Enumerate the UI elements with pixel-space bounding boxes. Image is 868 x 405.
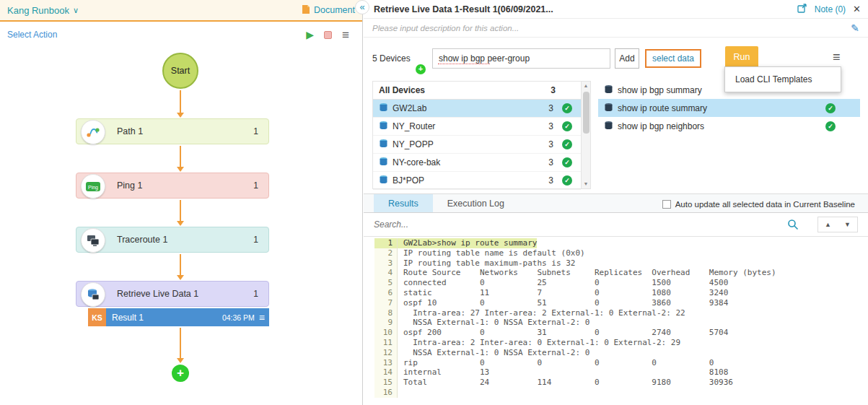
runbook-flowchart: Start Path 1 1 Ping Ping 1 1 <box>0 46 362 405</box>
code-line: 9 NSSA External-1: 0 NSSA External-2: 0 <box>374 318 868 328</box>
close-icon[interactable]: ✕ <box>853 4 861 14</box>
device-row-ny-router[interactable]: NY_Router 3 ✓ <box>373 118 581 136</box>
node-label: Ping 1 <box>117 180 142 191</box>
traceroute-icon <box>81 228 105 253</box>
scroll-down-icon[interactable]: ▼ <box>584 180 589 188</box>
code-line: 3IP routing table maximum-paths is 32 <box>374 258 868 269</box>
line-number: 13 <box>374 358 398 368</box>
line-text: Total 24 114 0 9180 30936 <box>398 378 733 388</box>
note-link[interactable]: Note (0) <box>815 4 846 14</box>
device-row-ny-core-bak[interactable]: NY-core-bak 3 ✓ <box>373 154 581 172</box>
document-button[interactable]: Document <box>302 4 355 17</box>
line-text: ospf 10 0 51 0 3860 9384 <box>398 298 728 308</box>
scrollbar-thumb[interactable] <box>583 92 589 134</box>
next-match-icon[interactable]: ▼ <box>844 221 851 228</box>
cli-row-show-ip-bgp-neighbors[interactable]: show ip bgp neighbors ✓ <box>598 117 860 135</box>
scroll-up-icon[interactable]: ▲ <box>584 82 589 90</box>
runbook-title-dropdown[interactable]: Kang Runbook ∨ <box>7 5 79 16</box>
code-line: 1GW2Lab>show ip route summary <box>374 238 868 248</box>
node-ping-1[interactable]: Ping Ping 1 1 <box>76 173 269 199</box>
select-data-button[interactable]: select data <box>645 49 701 68</box>
edit-pencil-icon[interactable]: ✎ <box>851 22 859 34</box>
plus-icon: + <box>177 366 184 380</box>
line-number: 7 <box>374 298 398 308</box>
hamburger-menu-icon[interactable]: ≡ <box>342 29 349 41</box>
add-command-button[interactable]: Add <box>615 48 639 69</box>
code-line: 4Route Source Networks Subnets Replicate… <box>374 268 868 278</box>
cli-icon <box>604 84 613 96</box>
export-icon[interactable] <box>797 4 807 15</box>
search-input[interactable] <box>374 219 858 230</box>
node-count: 1 <box>253 180 258 191</box>
device-count: 3 <box>548 121 553 131</box>
run-button[interactable]: Run <box>725 46 758 68</box>
line-number: 3 <box>374 258 398 269</box>
line-number: 14 <box>374 367 398 378</box>
check-icon: ✓ <box>562 121 572 131</box>
cli-icon <box>604 103 613 114</box>
device-count: 3 <box>548 139 553 149</box>
device-row-gw2lab[interactable]: GW2Lab 3 ✓ <box>373 100 581 118</box>
stop-icon[interactable] <box>324 31 332 39</box>
device-count: 3 <box>548 175 553 186</box>
node-count: 1 <box>253 126 258 136</box>
play-icon[interactable]: ▶ <box>306 29 314 40</box>
device-count: 3 <box>548 103 553 113</box>
app: Kang Runbook ∨ Document Select Action ▶ … <box>0 0 868 405</box>
line-text: rip 0 0 0 0 0 <box>398 358 714 368</box>
node-traceroute-1[interactable]: Traceroute 1 1 <box>76 227 269 253</box>
check-icon: ✓ <box>562 103 572 113</box>
line-number: 6 <box>374 288 398 298</box>
device-list-scrollbar[interactable]: ▲ ▼ <box>581 82 590 188</box>
flow-arrow <box>176 328 185 363</box>
runbook-topbar: Kang Runbook ∨ Document <box>0 0 362 22</box>
line-number: 10 <box>374 328 398 338</box>
line-text: ospf 200 0 31 0 2740 5704 <box>398 328 728 338</box>
check-icon: ✓ <box>562 175 572 186</box>
device-name: NY_Router <box>393 121 435 131</box>
device-row-bj-pop[interactable]: BJ*POP 3 ✓ <box>373 172 581 190</box>
add-action-button[interactable]: + <box>172 365 189 382</box>
result-menu-icon[interactable]: ≡ <box>259 312 265 323</box>
cli-command-name: show ip bgp neighbors <box>618 121 704 131</box>
command-input-wrap <box>432 48 610 69</box>
result-row[interactable]: KS Result 1 04:36 PM ≡ <box>88 308 269 326</box>
cli-command-name: show ip bgp summary <box>618 85 702 95</box>
user-badge: KS <box>88 308 106 326</box>
check-icon: ✓ <box>825 103 836 113</box>
description-field[interactable]: Please input description for this action… <box>372 24 851 32</box>
start-node[interactable]: Start <box>162 53 198 89</box>
device-list-header: All Devices 3 <box>373 82 590 100</box>
menu-item-load-cli-templates[interactable]: Load CLI Templates <box>725 67 841 92</box>
code-line: 15Total 24 114 0 9180 30936 <box>374 378 868 388</box>
code-line: 6static 11 7 0 1080 3240 <box>374 288 868 298</box>
prev-match-icon[interactable]: ▲ <box>825 221 831 228</box>
auto-update-checkbox[interactable] <box>662 200 671 209</box>
code-line: 2IP routing table name is default (0x0) <box>374 248 868 258</box>
line-text: static 11 7 0 1080 3240 <box>398 288 728 298</box>
flow-arrow <box>176 90 185 118</box>
line-number: 11 <box>374 338 398 348</box>
device-list-header-count: 3 <box>551 85 556 95</box>
tab-results[interactable]: Results <box>374 194 433 212</box>
result-detail-panel: « Retrieve Live Data 1-Result 1(06/09/20… <box>364 0 868 405</box>
check-icon: ✓ <box>562 157 572 167</box>
tab-execution-log[interactable]: Execution Log <box>433 194 519 212</box>
search-icon[interactable] <box>787 219 799 232</box>
add-device-button[interactable]: + <box>416 64 426 74</box>
device-list: All Devices 3 GW2Lab 3 ✓ NY_Router 3 ✓ N… <box>372 81 591 189</box>
result-time: 04:36 PM <box>222 313 255 322</box>
select-action-link[interactable]: Select Action <box>7 30 57 40</box>
node-path-1[interactable]: Path 1 1 <box>76 118 269 144</box>
device-name: GW2Lab <box>393 103 426 113</box>
cli-row-show-ip-route-summary[interactable]: show ip route summary ✓ <box>598 99 860 117</box>
command-input[interactable] <box>432 48 610 69</box>
toolbar-menu-icon[interactable]: ≡ <box>833 51 841 64</box>
flow-arrow <box>176 146 185 172</box>
node-retrieve-live-data-1[interactable]: Retrieve Live Data 1 1 <box>76 281 269 307</box>
code-line: 7ospf 10 0 51 0 3860 9384 <box>374 298 868 308</box>
cli-icon <box>604 121 613 132</box>
runbook-title: Kang Runbook <box>7 5 69 16</box>
collapse-panel-button[interactable]: « <box>355 0 369 14</box>
device-row-ny-popp[interactable]: NY_POPP 3 ✓ <box>373 136 581 154</box>
